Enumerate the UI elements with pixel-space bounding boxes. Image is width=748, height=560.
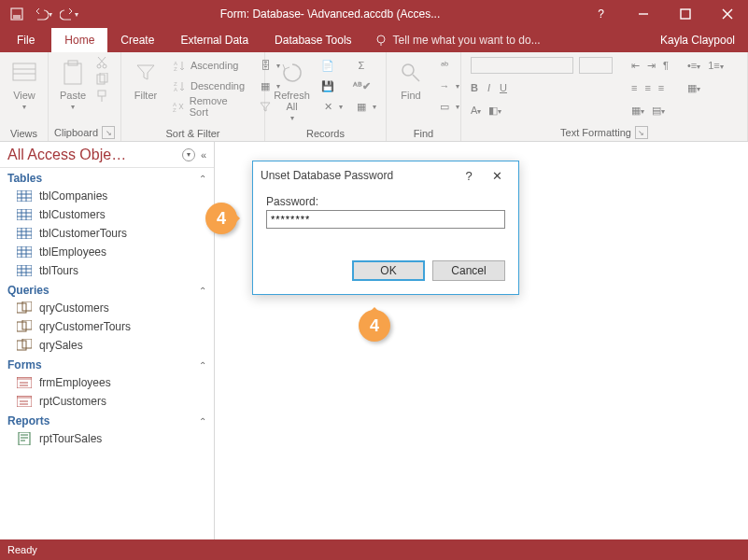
nav-object[interactable]: frmEmployees <box>0 373 214 392</box>
nav-object[interactable]: qrySales <box>0 336 214 355</box>
tab-external-data[interactable]: External Data <box>167 28 261 52</box>
font-size-combo[interactable] <box>579 57 613 74</box>
bold-button[interactable]: B <box>471 82 478 93</box>
dialog-help-button[interactable]: ? <box>455 169 483 183</box>
nav-object[interactable]: qryCustomers <box>0 299 214 317</box>
decrease-indent-icon[interactable]: ⇤ <box>631 60 640 72</box>
cancel-button[interactable]: Cancel <box>432 260 505 281</box>
align-center-icon[interactable]: ≡ <box>644 82 650 93</box>
svg-line-32 <box>413 75 419 81</box>
qat-undo-icon[interactable]: ▾ <box>32 3 54 25</box>
group-clipboard: Clipboard↘ <box>54 124 115 141</box>
paste-button[interactable]: Paste▾ <box>54 56 92 113</box>
nav-object[interactable]: rptCustomers <box>0 392 214 411</box>
sort-descending[interactable]: ZADescending <box>168 77 248 95</box>
goto[interactable]: →▾ <box>433 77 463 95</box>
filter-button[interactable]: Filter <box>127 56 164 103</box>
datasheet-format-icon[interactable]: ▦▾ <box>687 82 700 94</box>
qat-redo-icon[interactable]: ▾ <box>58 3 80 25</box>
tell-me-search[interactable]: Tell me what you want to do... <box>365 28 541 52</box>
tab-home[interactable]: Home <box>51 28 107 52</box>
spelling[interactable]: ᴬᴮ✔ <box>350 77 380 95</box>
minimize-button[interactable] <box>622 0 664 28</box>
password-input[interactable] <box>266 210 505 229</box>
help-button[interactable]: ? <box>580 0 622 28</box>
nav-pane-title[interactable]: All Access Obje… <box>7 147 178 163</box>
textfmt-launcher-icon[interactable]: ↘ <box>635 126 648 139</box>
nav-object-label: tblCompanies <box>39 189 107 203</box>
nav-pane-menu-icon[interactable]: ▾ <box>182 148 195 161</box>
nav-object[interactable]: tblCustomers <box>0 205 214 224</box>
underline-button[interactable]: U <box>500 82 507 93</box>
increase-indent-icon[interactable]: ⇥ <box>647 60 656 72</box>
alt-row-color-icon[interactable]: ▤▾ <box>652 105 665 117</box>
clipboard-launcher-icon[interactable]: ↘ <box>102 126 115 139</box>
nav-pane-collapse-icon[interactable]: « <box>201 149 206 161</box>
close-button[interactable] <box>706 0 748 28</box>
ok-button[interactable]: OK <box>352 260 425 281</box>
svg-rect-8 <box>13 63 35 80</box>
svg-rect-53 <box>17 265 32 276</box>
nav-object-label: tblEmployees <box>39 245 106 259</box>
user-name[interactable]: Kayla Claypool <box>647 28 748 52</box>
qat-save-icon[interactable] <box>6 3 28 25</box>
remove-sort[interactable]: AZRemove Sort <box>168 97 248 116</box>
replace[interactable]: ᵃᵇ <box>433 56 463 75</box>
italic-button[interactable]: I <box>487 82 490 93</box>
nav-object[interactable]: qryCustomerTours <box>0 317 214 336</box>
nav-object[interactable]: tblCustomerTours <box>0 224 214 243</box>
callout-4b: 4 <box>359 310 390 342</box>
table-icon <box>17 245 32 259</box>
copy-icon[interactable] <box>95 73 108 88</box>
nav-object-label: frmEmployees <box>39 376 111 389</box>
view-button[interactable]: View▾ <box>6 56 43 113</box>
font-color-button[interactable]: A▾ <box>471 105 481 116</box>
nav-group-queries[interactable]: Queries⌃ <box>0 280 214 299</box>
svg-text:Z: Z <box>174 66 177 71</box>
format-painter-icon[interactable] <box>95 90 108 105</box>
save-record[interactable]: 💾 <box>317 77 346 95</box>
sort-ascending[interactable]: AZAscending <box>168 56 248 75</box>
gridlines-icon[interactable]: ▦▾ <box>631 105 644 117</box>
tab-file[interactable]: File <box>0 28 51 52</box>
more-records[interactable]: ▦▾ <box>350 97 380 116</box>
numbering-icon[interactable]: 1≡▾ <box>708 60 724 71</box>
nav-object[interactable]: tblEmployees <box>0 243 214 261</box>
tab-create[interactable]: Create <box>107 28 167 52</box>
svg-rect-1 <box>13 15 21 19</box>
tab-database-tools[interactable]: Database Tools <box>261 28 365 52</box>
bullets-icon[interactable]: •≡▾ <box>687 60 700 71</box>
nav-object-label: tblCustomers <box>39 208 106 221</box>
font-name-combo[interactable] <box>471 57 573 74</box>
totals[interactable]: Σ <box>350 56 380 75</box>
select[interactable]: ▭▾ <box>433 97 463 116</box>
svg-rect-48 <box>17 246 32 258</box>
align-left-icon[interactable]: ≡ <box>631 82 637 93</box>
refresh-all-button[interactable]: Refresh All▾ <box>271 56 313 124</box>
table-icon <box>17 227 32 240</box>
align-right-icon[interactable]: ≡ <box>658 82 664 93</box>
nav-object[interactable]: tblCompanies <box>0 187 214 205</box>
group-sort-filter: Sort & Filter <box>127 126 259 141</box>
nav-group-reports[interactable]: Reports⌃ <box>0 411 214 429</box>
svg-point-13 <box>97 64 101 68</box>
password-label: Password: <box>266 195 505 208</box>
svg-line-15 <box>99 57 106 64</box>
nav-group-forms[interactable]: Forms⌃ <box>0 355 214 373</box>
cut-icon[interactable] <box>95 56 108 71</box>
nav-object[interactable]: tblTours <box>0 261 214 280</box>
maximize-button[interactable] <box>664 0 706 28</box>
svg-line-16 <box>98 57 105 64</box>
new-record[interactable]: 📄 <box>317 56 346 75</box>
svg-rect-11 <box>64 63 81 84</box>
nav-object[interactable]: rptTourSales <box>0 429 214 448</box>
svg-point-6 <box>377 35 385 43</box>
delete-record[interactable]: ✕▾ <box>317 97 346 116</box>
find-button[interactable]: Find <box>392 56 430 103</box>
fill-color-button[interactable]: ◧▾ <box>488 105 501 117</box>
svg-rect-19 <box>98 91 106 96</box>
nav-group-tables[interactable]: Tables⌃ <box>0 168 214 187</box>
dialog-close-button[interactable]: ✕ <box>483 169 511 183</box>
text-direction-icon[interactable]: ¶ <box>663 60 669 71</box>
svg-text:Z: Z <box>173 107 176 112</box>
